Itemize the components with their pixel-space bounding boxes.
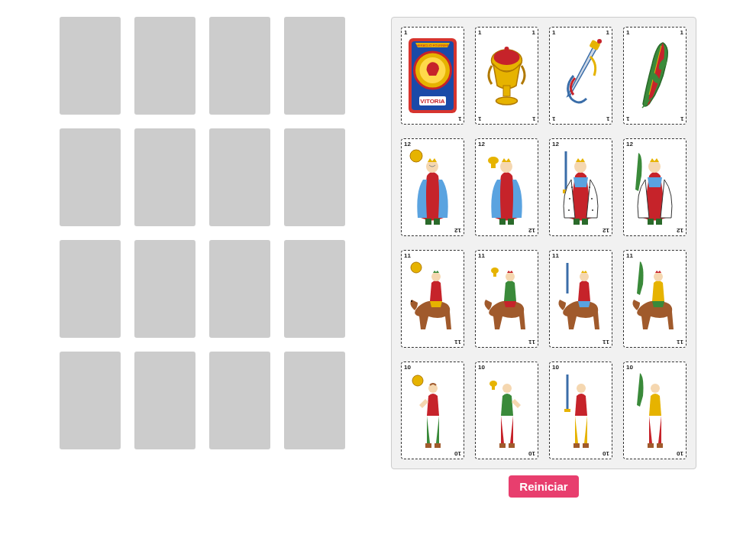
card-caballo-bastos[interactable]: 11 11 xyxy=(623,250,687,348)
svg-point-33 xyxy=(574,160,586,173)
svg-point-16 xyxy=(410,150,422,162)
svg-point-30 xyxy=(589,186,590,188)
caballo-copas-icon xyxy=(478,257,535,341)
controls-row: Reiniciar xyxy=(391,475,696,498)
card-slot[interactable] xyxy=(60,352,121,449)
card-rank-label: 1 xyxy=(478,29,481,36)
card-as-espadas[interactable]: 1 1 1 1 xyxy=(549,27,612,125)
slot-board xyxy=(60,17,345,498)
caballo-oros-icon xyxy=(404,257,461,341)
restart-button[interactable]: Reiniciar xyxy=(509,475,578,498)
card-caballo-espadas[interactable]: 11 11 xyxy=(549,250,612,348)
card-rank-label: 11 xyxy=(677,339,683,345)
card-sota-copas[interactable]: 10 10 xyxy=(475,362,538,459)
card-rey-bastos[interactable]: 12 12 xyxy=(623,138,687,236)
svg-rect-9 xyxy=(503,86,510,96)
card-rank-label: 1 xyxy=(606,115,609,122)
card-slot[interactable] xyxy=(134,128,195,226)
svg-point-22 xyxy=(500,160,512,173)
card-slot[interactable] xyxy=(60,128,121,226)
card-slot[interactable] xyxy=(284,352,345,449)
card-rank-label: 1 xyxy=(680,29,683,36)
card-rank-label: 10 xyxy=(528,450,535,457)
card-rey-oros[interactable]: 12 12 xyxy=(401,138,464,236)
svg-rect-37 xyxy=(648,219,654,225)
svg-rect-34 xyxy=(573,219,580,225)
svg-point-54 xyxy=(502,384,512,393)
svg-rect-24 xyxy=(508,219,514,225)
card-as-bastos[interactable]: 1 1 1 1 xyxy=(623,27,687,125)
svg-rect-61 xyxy=(583,443,589,448)
card-rank-label: 10 xyxy=(478,364,485,371)
svg-point-59 xyxy=(577,384,586,393)
card-rank-label: 12 xyxy=(603,227,609,234)
card-rank-label: 12 xyxy=(626,141,633,148)
card-slot[interactable] xyxy=(209,352,270,449)
svg-rect-51 xyxy=(435,443,441,448)
svg-rect-43 xyxy=(493,272,496,277)
card-rank-label: 1 xyxy=(532,115,535,122)
card-rank-label: 12 xyxy=(528,227,535,234)
card-caballo-oros[interactable]: 11 11 xyxy=(401,250,464,348)
card-tray: 1 1 VITORIA HERACLIO FOURNIER 1 1 1 xyxy=(391,17,696,469)
card-rank-label: 1 xyxy=(626,29,629,36)
card-as-oros[interactable]: 1 1 VITORIA HERACLIO FOURNIER xyxy=(401,27,464,125)
card-rank-label: 1 xyxy=(478,115,481,122)
svg-rect-38 xyxy=(656,219,662,225)
rey-bastos-icon xyxy=(626,145,683,229)
svg-point-29 xyxy=(568,209,570,211)
svg-rect-56 xyxy=(509,443,515,448)
sota-espadas-icon xyxy=(552,368,609,452)
card-slot[interactable] xyxy=(284,128,345,226)
svg-point-46 xyxy=(580,272,589,281)
svg-rect-21 xyxy=(491,162,496,168)
ace-oros-icon: VITORIA HERACLIO FOURNIER xyxy=(404,34,461,118)
card-rank-label: 1 xyxy=(606,29,609,36)
card-slot[interactable] xyxy=(209,17,270,115)
svg-point-27 xyxy=(571,186,573,188)
card-rank-label: 1 xyxy=(532,29,535,36)
rey-oros-icon xyxy=(404,145,461,229)
ace-bastos-icon xyxy=(626,34,683,118)
card-slot[interactable] xyxy=(60,17,121,115)
card-slot[interactable] xyxy=(209,128,270,226)
card-slot[interactable] xyxy=(134,240,195,338)
card-sota-espadas[interactable]: 10 10 xyxy=(549,362,612,459)
card-as-copas[interactable]: 1 1 1 1 xyxy=(475,27,538,125)
svg-text:HERACLIO FOURNIER: HERACLIO FOURNIER xyxy=(416,44,449,47)
svg-rect-64 xyxy=(657,443,663,448)
card-rank-label: 12 xyxy=(552,141,559,148)
svg-point-62 xyxy=(651,384,660,393)
svg-point-47 xyxy=(654,272,663,281)
card-sota-oros[interactable]: 10 10 xyxy=(401,362,464,459)
card-slot[interactable] xyxy=(134,17,195,115)
svg-point-48 xyxy=(412,375,423,386)
card-rank-label: 10 xyxy=(552,364,559,371)
card-rey-copas[interactable]: 12 12 xyxy=(475,138,538,236)
card-slot[interactable] xyxy=(284,240,345,338)
svg-point-10 xyxy=(496,97,518,105)
card-slot[interactable] xyxy=(60,240,121,338)
svg-point-28 xyxy=(569,198,570,199)
rey-espadas-icon xyxy=(552,145,609,229)
svg-point-8 xyxy=(494,50,520,65)
card-slot[interactable] xyxy=(209,240,270,338)
svg-point-31 xyxy=(591,198,593,199)
sota-oros-icon xyxy=(404,368,461,452)
svg-point-44 xyxy=(506,272,515,281)
card-rank-label: 1 xyxy=(680,115,683,122)
card-rank-label: 11 xyxy=(552,252,559,259)
svg-rect-60 xyxy=(573,443,580,448)
sota-copas-icon xyxy=(478,368,535,452)
svg-rect-35 xyxy=(582,219,588,225)
card-caballo-copas[interactable]: 11 11 xyxy=(475,250,538,348)
card-rey-espadas[interactable]: 12 12 xyxy=(549,138,612,236)
caballo-bastos-icon xyxy=(626,257,683,341)
card-slot[interactable] xyxy=(134,352,195,449)
card-rank-label: 10 xyxy=(404,364,411,371)
card-rank-label: 1 xyxy=(404,29,407,36)
card-sota-bastos[interactable]: 10 10 xyxy=(623,362,687,459)
card-slot[interactable] xyxy=(284,17,345,115)
caballo-espadas-icon xyxy=(552,257,609,341)
card-rank-label: 12 xyxy=(677,227,683,234)
